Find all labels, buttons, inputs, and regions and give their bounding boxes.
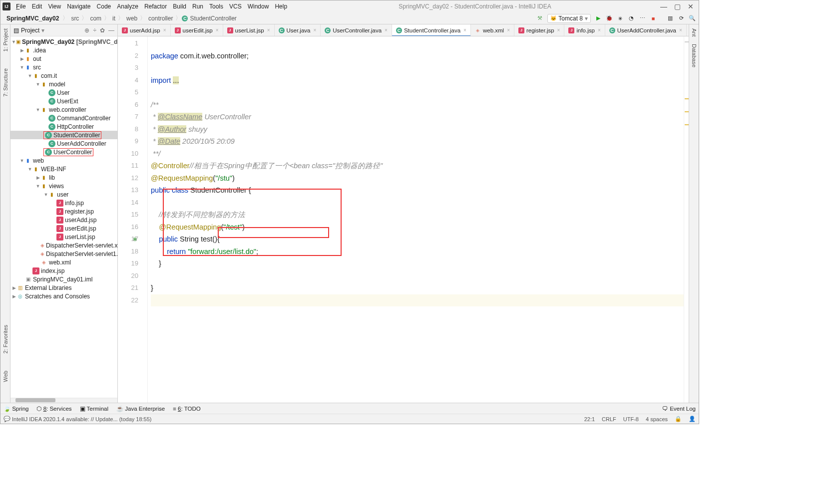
tree-model[interactable]: model bbox=[49, 81, 65, 88]
profile-icon[interactable]: ◔ bbox=[628, 15, 635, 22]
event-log[interactable]: 🗨 Event Log bbox=[662, 406, 696, 412]
tips-icon[interactable]: 💬 bbox=[3, 416, 10, 422]
tree-views[interactable]: views bbox=[49, 183, 64, 190]
tree-root[interactable]: SpringMVC_day02 bbox=[22, 38, 74, 45]
tree-iml[interactable]: SpringMVC_day01.iml bbox=[33, 276, 92, 283]
close-icon[interactable]: × bbox=[163, 27, 166, 33]
status-message[interactable]: IntelliJ IDEA 2020.1.4 available: // Upd… bbox=[12, 416, 151, 422]
line-gutter[interactable]: 1234567891011121314151617◉1819202122 bbox=[118, 36, 148, 403]
tool-terminal[interactable]: ▣ Terminal bbox=[80, 405, 108, 412]
gear-icon[interactable]: ✿ bbox=[100, 27, 105, 34]
menu-tools[interactable]: Tools bbox=[207, 2, 226, 11]
run-config-combo[interactable]: 🐱 Tomcat 8 ▾ bbox=[547, 14, 591, 23]
collapse-icon[interactable]: ⊕ bbox=[84, 27, 89, 34]
attach-icon[interactable]: ⋯ bbox=[639, 15, 646, 22]
bc-com[interactable]: com bbox=[88, 14, 103, 23]
sync-icon[interactable]: ⟳ bbox=[678, 15, 685, 22]
tab-info-jsp[interactable]: Jinfo.jsp× bbox=[564, 24, 605, 36]
tree-web[interactable]: web bbox=[33, 157, 44, 164]
tree-userext[interactable]: UserExt bbox=[57, 98, 78, 105]
close-icon[interactable]: × bbox=[463, 27, 466, 33]
project-tree[interactable]: ▼▣SpringMVC_day02 [SpringMVC_day0 ▶▮.ide… bbox=[10, 36, 117, 398]
tree-userlistjsp[interactable]: userList.jsp bbox=[65, 234, 95, 241]
close-icon[interactable]: × bbox=[507, 27, 510, 33]
debug-icon[interactable]: 🐞 bbox=[606, 15, 613, 22]
sidetab-web[interactable]: Web bbox=[2, 370, 8, 383]
caret-pos[interactable]: 22:1 bbox=[584, 416, 595, 422]
coverage-icon[interactable]: ⛯ bbox=[617, 15, 624, 22]
close-icon[interactable]: × bbox=[267, 27, 270, 33]
menu-build[interactable]: Build bbox=[170, 2, 189, 11]
run-gutter-icon[interactable]: ◉ bbox=[133, 233, 137, 246]
tree-useraddctrl[interactable]: UserAddController bbox=[57, 140, 106, 147]
encoding[interactable]: UTF-8 bbox=[623, 416, 639, 422]
bc-src[interactable]: src bbox=[69, 14, 81, 23]
inspection-icon[interactable]: 👤 bbox=[689, 416, 696, 422]
tab-register-jsp[interactable]: Jregister.jsp× bbox=[514, 24, 564, 36]
run-icon[interactable]: ▶ bbox=[595, 15, 602, 22]
menu-refactor[interactable]: Refactor bbox=[142, 2, 169, 11]
tool-services[interactable]: ⬡ 8: Services bbox=[36, 405, 71, 412]
breadcrumb-root[interactable]: SpringMVC_day02 bbox=[3, 14, 62, 23]
indent[interactable]: 4 spaces bbox=[646, 416, 668, 422]
tree-indexjsp[interactable]: index.jsp bbox=[41, 267, 64, 274]
tree-webcontroller[interactable]: web.controller bbox=[49, 106, 86, 113]
h-scrollbar[interactable] bbox=[15, 398, 55, 402]
stop-icon[interactable]: ■ bbox=[650, 15, 657, 22]
tab-studentcontroller-java[interactable]: CStudentController.java× bbox=[392, 24, 471, 36]
structure-icon[interactable]: ▥ bbox=[667, 15, 674, 22]
lock-icon[interactable]: 🔒 bbox=[675, 416, 682, 422]
tool-todo[interactable]: ≡ 6: TODO bbox=[173, 406, 201, 412]
close-icon[interactable]: × bbox=[385, 27, 388, 33]
tree-useraddjsp[interactable]: userAdd.jsp bbox=[65, 217, 96, 224]
close-icon[interactable]: × bbox=[598, 27, 601, 33]
project-title[interactable]: Project bbox=[21, 27, 39, 34]
menu-edit[interactable]: Edit bbox=[29, 2, 45, 11]
sidetab-project[interactable]: 1: Project bbox=[2, 27, 8, 52]
maximize-icon[interactable]: ▢ bbox=[674, 2, 681, 10]
tree-usereditjsp[interactable]: userEdit.jsp bbox=[65, 225, 96, 232]
tree-infojsp[interactable]: info.jsp bbox=[65, 200, 84, 207]
close-icon[interactable]: × bbox=[557, 27, 560, 33]
hide-icon[interactable]: — bbox=[108, 27, 114, 34]
tree-idea[interactable]: .idea bbox=[33, 47, 46, 54]
close-icon[interactable]: × bbox=[313, 27, 316, 33]
search-icon[interactable]: 🔍 bbox=[689, 15, 696, 22]
menu-help[interactable]: Help bbox=[272, 2, 290, 11]
tab-user-java[interactable]: CUser.java× bbox=[275, 24, 321, 36]
bc-it[interactable]: it bbox=[110, 14, 117, 23]
minimize-icon[interactable]: — bbox=[660, 2, 667, 10]
menu-navigate[interactable]: Navigate bbox=[64, 2, 93, 11]
menu-view[interactable]: View bbox=[45, 2, 63, 11]
bc-web[interactable]: web bbox=[124, 14, 139, 23]
tree-extlibs[interactable]: External Libraries bbox=[25, 284, 71, 291]
tab-usercontroller-java[interactable]: CUserController.java× bbox=[321, 24, 392, 36]
tree-out[interactable]: out bbox=[33, 55, 41, 62]
tree-webxml[interactable]: web.xml bbox=[49, 259, 71, 266]
tree-registerjsp[interactable]: register.jsp bbox=[65, 208, 94, 215]
tree-httpctrl[interactable]: HttpController bbox=[57, 123, 94, 130]
tab-useradd-jsp[interactable]: JuserAdd.jsp× bbox=[118, 24, 171, 36]
tree-userdir[interactable]: user bbox=[57, 191, 68, 198]
menu-vcs[interactable]: VCS bbox=[227, 2, 244, 11]
code-editor[interactable]: package com.it.web.controller; import ..… bbox=[148, 36, 684, 403]
tab-userlist-jsp[interactable]: JuserList.jsp× bbox=[223, 24, 275, 36]
sidetab-database[interactable]: Database bbox=[691, 43, 697, 68]
error-stripe[interactable] bbox=[684, 36, 689, 403]
tree-comit[interactable]: com.it bbox=[41, 72, 57, 79]
tree-userctrl[interactable]: UserController bbox=[53, 149, 92, 156]
close-icon[interactable]: × bbox=[216, 27, 219, 33]
sidetab-ant[interactable]: Ant bbox=[691, 27, 697, 38]
tree-lib[interactable]: lib bbox=[49, 174, 55, 181]
tab-useredit-jsp[interactable]: JuserEdit.jsp× bbox=[171, 24, 223, 36]
tree-cmdctrl[interactable]: CommandController bbox=[57, 115, 110, 122]
bc-controller[interactable]: controller bbox=[146, 14, 175, 23]
menu-analyze[interactable]: Analyze bbox=[114, 2, 141, 11]
tree-stuctrl[interactable]: StudentController bbox=[53, 132, 100, 139]
hammer-icon[interactable]: ⚒ bbox=[536, 15, 543, 22]
tree-scratches[interactable]: Scratches and Consoles bbox=[25, 293, 90, 300]
tree-src[interactable]: src bbox=[33, 64, 41, 71]
menu-code[interactable]: Code bbox=[94, 2, 114, 11]
line-sep[interactable]: CRLF bbox=[602, 416, 616, 422]
close-icon[interactable]: ✕ bbox=[688, 2, 694, 10]
